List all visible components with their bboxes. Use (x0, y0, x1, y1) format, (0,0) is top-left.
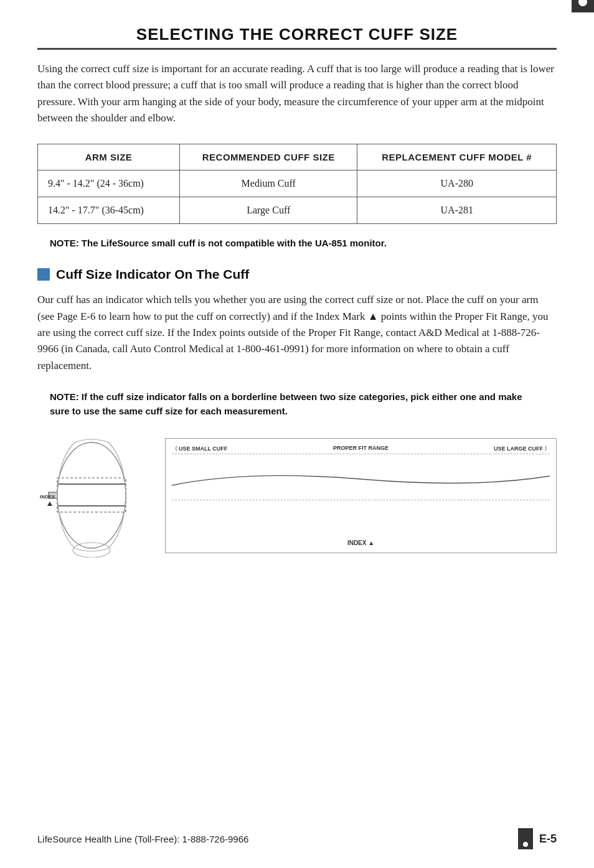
index-bottom-label: INDEX ▲ (347, 539, 374, 546)
chevron-right-icon: 〉 (544, 445, 550, 453)
page-title: SELECTING THE CORRECT CUFF SIZE (136, 25, 458, 44)
page: SELECTING THE CORRECT CUFF SIZE Using th… (0, 0, 594, 868)
footer-page-number: E-5 (539, 833, 557, 846)
proper-fit-range-label: PROPER FIT RANGE (333, 445, 389, 451)
note-1: NOTE: The LifeSource small cuff is not c… (37, 238, 557, 248)
arm-size-1: 9.4" - 14.2" (24 - 36cm) (38, 170, 180, 197)
cuff-indicator-diagram: 〈 USE SMALL CUFF PROPER FIT RANGE USE LA… (165, 438, 557, 553)
header-bookmark (572, 0, 594, 12)
svg-point-0 (57, 442, 126, 548)
arm-size-2: 14.2" - 17.7" (36-45cm) (38, 197, 180, 224)
table-header-replacement: REPLACEMENT CUFF MODEL # (357, 144, 557, 170)
footer-bookmark-dot (523, 842, 528, 847)
section-heading: Cuff Size Indicator On The Cuff (37, 267, 557, 282)
header-divider (37, 48, 557, 50)
svg-point-6 (73, 543, 110, 558)
svg-marker-5 (47, 502, 52, 506)
table-header-arm-size: ARM SIZE (38, 144, 180, 170)
intro-paragraph: Using the correct cuff size is important… (37, 61, 557, 126)
table-row: 14.2" - 17.7" (36-45cm) Large Cuff UA-28… (38, 197, 557, 224)
section-icon (37, 268, 50, 281)
cuff-size-2: Large Cuff (180, 197, 357, 224)
model-1: UA-280 (357, 170, 557, 197)
body-paragraph: Our cuff has an indicator which tells yo… (37, 292, 557, 374)
dashed-bottom-line (172, 500, 550, 500)
svg-text:INDEX: INDEX (40, 494, 55, 500)
use-small-cuff-label: 〈 USE SMALL CUFF (172, 445, 227, 453)
table-header-recommended: RECOMMENDED CUFF SIZE (180, 144, 357, 170)
cuff-size-table: ARM SIZE RECOMMENDED CUFF SIZE REPLACEME… (37, 144, 557, 224)
arm-illustration: INDEX (37, 433, 146, 558)
cuff-size-1: Medium Cuff (180, 170, 357, 197)
footer-bookmark (518, 828, 533, 849)
chevron-left-icon: 〈 (172, 445, 177, 453)
footer: LifeSource Health Line (Toll-Free): 1-88… (37, 828, 557, 849)
section-title: Cuff Size Indicator On The Cuff (56, 267, 249, 282)
svg-rect-1 (57, 478, 126, 512)
diagram-area: INDEX 〈 USE SMALL CUFF PROPER FIT RANGE … (37, 433, 557, 558)
indicator-inner: 〈 USE SMALL CUFF PROPER FIT RANGE USE LA… (172, 445, 550, 546)
footer-right: E-5 (518, 828, 557, 849)
page-header: SELECTING THE CORRECT CUFF SIZE (37, 25, 557, 44)
use-large-cuff-label: USE LARGE CUFF 〉 (494, 445, 550, 453)
arm-line-svg (172, 464, 550, 495)
model-2: UA-281 (357, 197, 557, 224)
note-2: NOTE: If the cuff size indicator falls o… (37, 390, 557, 418)
indicator-label-row: 〈 USE SMALL CUFF PROPER FIT RANGE USE LA… (172, 445, 550, 453)
footer-contact: LifeSource Health Line (Toll-Free): 1-88… (37, 834, 248, 844)
dashed-top-line (172, 454, 550, 454)
table-row: 9.4" - 14.2" (24 - 36cm) Medium Cuff UA-… (38, 170, 557, 197)
